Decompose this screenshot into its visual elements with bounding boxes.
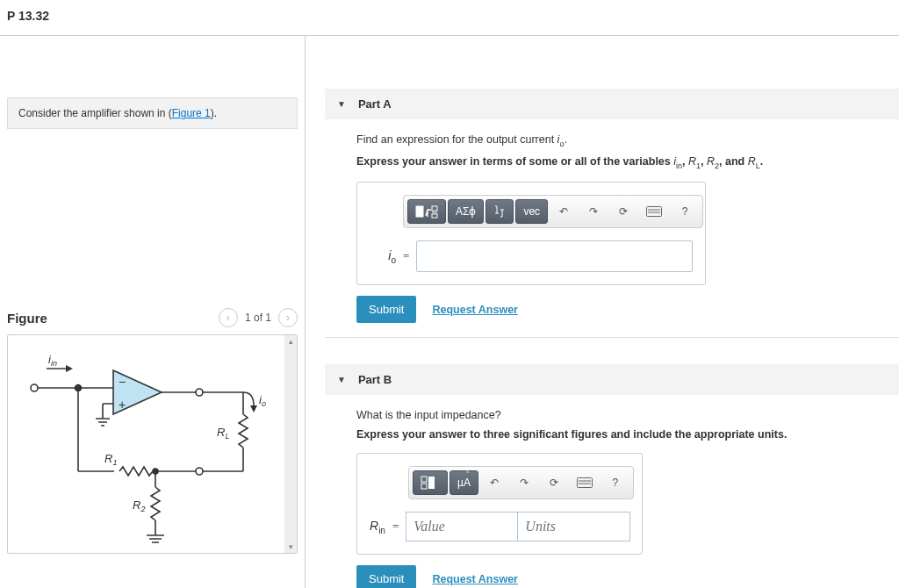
collapse-icon: ▼ (337, 375, 346, 384)
svg-rect-38 (432, 206, 437, 211)
figure-section: Figure ‹ 1 of 1 › (0, 305, 305, 554)
keyboard-button[interactable] (639, 199, 669, 224)
figure-counter: 1 of 1 (241, 312, 275, 324)
part-a-question: Find an expression for the output curren… (356, 133, 899, 148)
part-b: ▼ Part B What is the input impedance? Ex… (325, 364, 899, 588)
subsup-button[interactable] (485, 199, 514, 224)
part-b-units-input[interactable] (518, 512, 630, 541)
collapse-icon: ▼ (337, 99, 346, 109)
part-a-instruction: Express your answer in terms of some or … (356, 155, 899, 170)
figure-link[interactable]: Figure 1 (172, 107, 211, 119)
svg-point-28 (153, 469, 158, 474)
undo-button[interactable]: ↶ (550, 199, 578, 224)
problem-number: P 13.32 (7, 9, 892, 23)
redo-button[interactable]: ↷ (510, 470, 538, 495)
part-a-answer-input[interactable] (416, 240, 693, 272)
equals-sign: = (403, 249, 409, 263)
keyboard-button[interactable] (570, 470, 600, 495)
part-b-answer-box: µA° ↶ ↷ ⟳ ? Rin = (356, 453, 643, 555)
page-header: P 13.32 (0, 0, 899, 36)
part-b-header[interactable]: ▼ Part B (325, 364, 899, 395)
right-column: ▼ Part A Find an expression for the outp… (306, 36, 899, 588)
undo-button[interactable]: ↶ (480, 470, 508, 495)
templates-button[interactable] (413, 470, 448, 495)
templates-button[interactable] (407, 199, 446, 224)
part-b-request-answer-link[interactable]: Request Answer (432, 573, 517, 585)
svg-text:iin: iin (48, 353, 57, 368)
part-b-value-input[interactable] (406, 512, 518, 541)
svg-rect-44 (421, 477, 427, 482)
scroll-up-icon[interactable]: ▴ (284, 335, 297, 348)
reset-button[interactable]: ⟳ (540, 470, 568, 495)
part-a-answer-box: ΑΣϕ vec ↶ ↷ ⟳ ? io (356, 182, 706, 285)
scroll-down-icon[interactable]: ▾ (284, 541, 297, 553)
svg-text:RL: RL (217, 426, 229, 441)
figure-title: Figure (7, 311, 47, 326)
circuit-diagram: − + io (8, 335, 287, 554)
svg-marker-36 (66, 365, 73, 372)
svg-rect-46 (421, 484, 427, 489)
redo-button[interactable]: ↷ (579, 199, 608, 224)
equals-sign: = (392, 520, 399, 534)
svg-point-20 (196, 468, 203, 475)
help-button[interactable]: ? (601, 470, 629, 495)
figure-prev-button[interactable]: ‹ (219, 308, 238, 327)
svg-rect-37 (416, 206, 423, 217)
part-b-instruction: Express your answer to three significant… (356, 428, 899, 441)
prompt-text-suffix: ). (211, 107, 217, 119)
prompt-text-prefix: Consider the amplifier shown in ( (18, 107, 172, 119)
svg-rect-45 (428, 477, 435, 489)
vec-button[interactable]: vec (515, 199, 548, 224)
part-a-request-answer-link[interactable]: Request Answer (432, 304, 517, 316)
part-a-toolbar: ΑΣϕ vec ↶ ↷ ⟳ ? (403, 195, 703, 228)
left-column: Consider the amplifier shown in (Figure … (0, 36, 306, 588)
part-b-submit-button[interactable]: Submit (356, 565, 416, 588)
part-a: ▼ Part A Find an expression for the outp… (325, 89, 899, 338)
svg-text:R1: R1 (104, 452, 117, 467)
reset-button[interactable]: ⟳ (609, 199, 637, 224)
part-a-submit-button[interactable]: Submit (356, 296, 416, 323)
part-a-header[interactable]: ▼ Part A (325, 89, 899, 119)
figure-viewport: − + io (7, 334, 298, 554)
svg-point-0 (31, 384, 38, 391)
svg-text:+: + (119, 398, 126, 412)
svg-point-13 (196, 389, 203, 396)
svg-text:R2: R2 (133, 498, 145, 513)
problem-prompt: Consider the amplifier shown in (Figure … (7, 97, 298, 129)
part-b-label: Part B (358, 373, 392, 386)
svg-rect-47 (577, 478, 592, 488)
svg-text:io: io (259, 393, 266, 408)
part-b-lhs: Rin (370, 519, 385, 535)
svg-rect-40 (432, 214, 437, 218)
svg-marker-15 (250, 405, 257, 412)
svg-rect-41 (647, 207, 662, 217)
figure-scrollbar[interactable]: ▴ ▾ (284, 335, 297, 553)
help-button[interactable]: ? (671, 199, 699, 224)
part-a-label: Part A (358, 97, 392, 111)
svg-text:−: − (119, 375, 126, 389)
part-b-toolbar: µA° ↶ ↷ ⟳ ? (408, 466, 634, 499)
figure-next-button[interactable]: › (278, 308, 298, 327)
units-picker-button[interactable]: µA° (450, 470, 478, 495)
part-a-lhs: io (370, 248, 396, 265)
part-b-question: What is the input impedance? (356, 409, 899, 421)
greek-button[interactable]: ΑΣϕ (448, 199, 484, 224)
